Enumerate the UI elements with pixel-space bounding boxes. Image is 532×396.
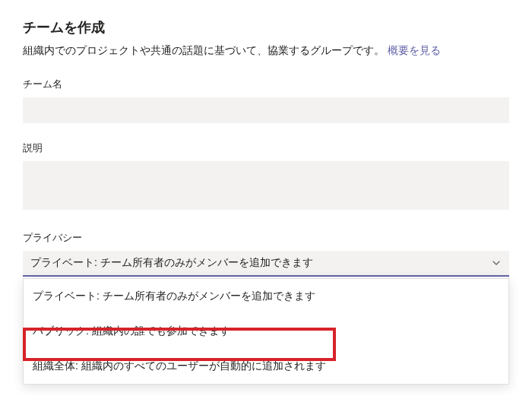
privacy-option-private[interactable]: プライベート: チーム所有者のみがメンバーを追加できます	[24, 279, 508, 314]
create-team-dialog: チームを作成 組織内でのプロジェクトや共通の話題に基づいて、協業するグループです…	[0, 0, 532, 295]
team-name-group: チーム名	[23, 78, 509, 123]
summary-link[interactable]: 概要を見る	[388, 44, 441, 56]
dialog-subtitle-row: 組織内でのプロジェクトや共通の話題に基づいて、協業するグループです。 概要を見る	[23, 44, 509, 58]
privacy-dropdown-list: プライベート: チーム所有者のみがメンバーを追加できます パブリック: 組織内の…	[23, 278, 509, 385]
dialog-title: チームを作成	[23, 18, 509, 36]
privacy-option-public[interactable]: パブリック: 組織内の誰でも参加できます	[24, 314, 508, 349]
privacy-dropdown: プライベート: チーム所有者のみがメンバーを追加できます プライベート: チーム…	[23, 251, 509, 277]
dialog-subtitle-text: 組織内でのプロジェクトや共通の話題に基づいて、協業するグループです。	[23, 44, 385, 56]
privacy-dropdown-selected[interactable]: プライベート: チーム所有者のみがメンバーを追加できます	[23, 251, 509, 277]
description-input[interactable]	[23, 161, 509, 210]
privacy-option-orgwide[interactable]: 組織全体: 組織内のすべてのユーザーが自動的に追加されます	[24, 349, 508, 384]
description-label: 説明	[23, 141, 509, 155]
privacy-group: プライバシー プライベート: チーム所有者のみがメンバーを追加できます プライベ…	[23, 231, 509, 277]
team-name-label: チーム名	[23, 78, 509, 91]
team-name-input[interactable]	[23, 97, 509, 123]
chevron-down-icon	[491, 258, 502, 268]
privacy-selected-text: プライベート: チーム所有者のみがメンバーを追加できます	[30, 256, 313, 270]
privacy-label: プライバシー	[23, 231, 509, 245]
description-group: 説明	[23, 141, 509, 213]
